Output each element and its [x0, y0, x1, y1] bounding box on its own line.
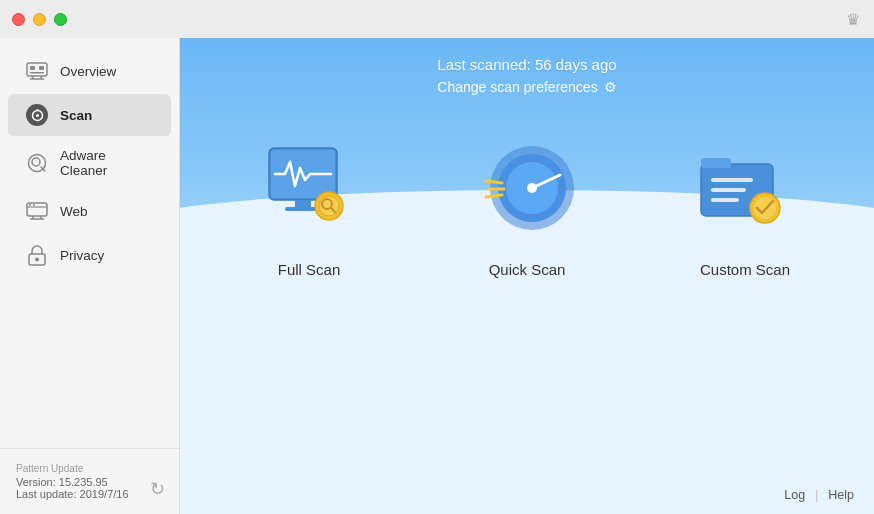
scan-prefs-link[interactable]: Change scan preferences ⚙	[437, 79, 616, 95]
svg-point-8	[36, 114, 39, 117]
svg-rect-6	[30, 72, 44, 74]
svg-rect-4	[30, 66, 35, 70]
custom-scan-option[interactable]: Custom Scan	[636, 123, 854, 288]
scan-options-container: Full Scan	[180, 123, 874, 288]
svg-point-16	[33, 204, 35, 206]
full-scan-icon	[254, 133, 364, 243]
close-button[interactable]	[12, 13, 25, 26]
privacy-icon	[26, 244, 48, 266]
scan-icon	[26, 104, 48, 126]
overview-icon	[26, 60, 48, 82]
gear-icon: ⚙	[604, 79, 617, 95]
change-prefs-label: Change scan preferences	[437, 79, 597, 95]
main-content: Last scanned: 56 days ago Change scan pr…	[180, 38, 874, 514]
web-label: Web	[60, 204, 88, 219]
sidebar-item-web[interactable]: Web	[8, 190, 171, 232]
sidebar-nav: Overview Scan	[0, 38, 179, 448]
svg-point-21	[35, 257, 39, 261]
sidebar-item-adware[interactable]: Adware Cleaner	[8, 138, 171, 188]
svg-rect-40	[711, 178, 753, 182]
adware-label: Adware Cleaner	[60, 148, 153, 178]
svg-point-15	[29, 204, 31, 206]
sidebar-footer: Pattern Update Version: 15.235.95 Last u…	[0, 448, 179, 514]
main-content-area: Last scanned: 56 days ago Change scan pr…	[180, 0, 874, 514]
pattern-update-label: Pattern Update	[16, 463, 163, 474]
titlebar: ♛	[0, 0, 874, 38]
sidebar-item-overview[interactable]: Overview	[8, 50, 171, 92]
full-scan-label: Full Scan	[278, 261, 341, 278]
svg-rect-41	[711, 188, 746, 192]
svg-rect-5	[39, 66, 44, 70]
web-icon	[26, 200, 48, 222]
svg-line-37	[486, 195, 502, 197]
overview-label: Overview	[60, 64, 116, 79]
svg-rect-42	[711, 198, 739, 202]
sidebar-item-privacy[interactable]: Privacy	[8, 234, 171, 276]
quick-scan-icon	[472, 133, 582, 243]
last-scanned-text: Last scanned: 56 days ago	[437, 56, 616, 73]
quick-scan-label: Quick Scan	[489, 261, 566, 278]
maximize-button[interactable]	[54, 13, 67, 26]
privacy-label: Privacy	[60, 248, 104, 263]
quick-scan-option[interactable]: Quick Scan	[418, 123, 636, 288]
minimize-button[interactable]	[33, 13, 46, 26]
custom-scan-icon	[690, 133, 800, 243]
scan-info: Last scanned: 56 days ago Change scan pr…	[437, 38, 616, 95]
full-scan-option[interactable]: Full Scan	[200, 123, 418, 288]
svg-rect-39	[701, 158, 731, 168]
adware-icon	[26, 152, 48, 174]
scan-label: Scan	[60, 108, 92, 123]
pattern-version: Version: 15.235.95	[16, 476, 163, 488]
sidebar: Overview Scan	[0, 0, 180, 514]
custom-scan-label: Custom Scan	[700, 261, 790, 278]
refresh-button[interactable]: ↻	[150, 478, 165, 500]
pattern-date: Last update: 2019/7/16	[16, 488, 163, 500]
svg-rect-0	[27, 63, 47, 76]
svg-line-35	[486, 181, 502, 183]
svg-rect-24	[295, 200, 311, 208]
crown-icon: ♛	[846, 10, 860, 29]
svg-point-12	[32, 158, 40, 166]
sidebar-item-scan[interactable]: Scan	[8, 94, 171, 136]
